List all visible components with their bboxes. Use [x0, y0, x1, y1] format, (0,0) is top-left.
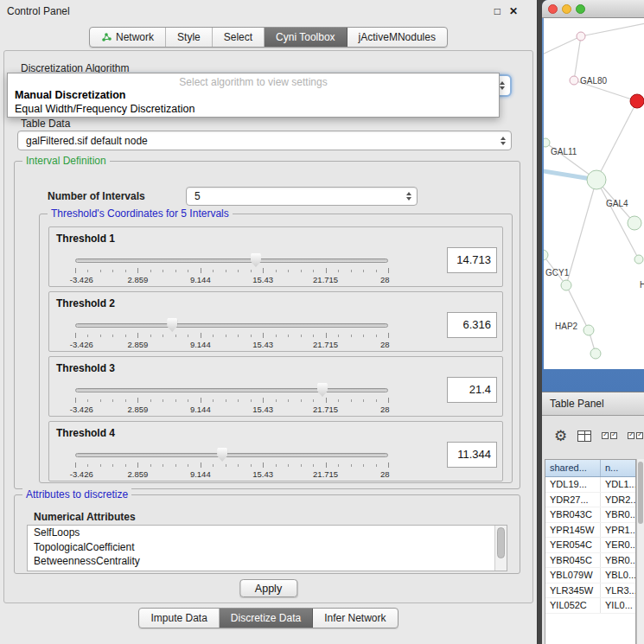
table-row[interactable]: YBL079W YBL0... [545, 568, 635, 583]
number-of-intervals-combobox[interactable]: 5 [186, 187, 418, 206]
slider-track[interactable] [75, 323, 388, 328]
table-row[interactable]: YBR045C YBR0... [545, 553, 635, 569]
table-row[interactable]: YDL19... YDL1... [545, 477, 635, 493]
checkboxes-icon[interactable] [602, 432, 617, 439]
control-panel-titlebar[interactable]: Control Panel [0, 0, 537, 22]
stepper-arrows-icon[interactable] [406, 192, 411, 201]
network-node[interactable] [544, 138, 550, 147]
table-row[interactable]: YDR27... YDR2... [545, 493, 635, 508]
network-node[interactable] [587, 170, 606, 189]
threshold-value-field[interactable]: 14.713 [447, 247, 497, 273]
threshold-slider[interactable]: -3.426 2.859 9.144 15.43 21.715 28 [75, 318, 388, 351]
table-row[interactable]: YLR345W YLR3... [545, 583, 635, 599]
table-row[interactable]: YPR145W YPR1... [545, 523, 635, 539]
network-edge[interactable] [566, 180, 596, 285]
table-cell-name[interactable]: YDR2... [601, 493, 635, 507]
minimize-traffic-light-icon[interactable] [562, 4, 571, 14]
network-canvas[interactable]: GAL80GAL11GAL4GCY1HAP2H [544, 18, 644, 369]
slider-thumb[interactable] [167, 318, 177, 332]
slider-track[interactable] [75, 453, 388, 457]
threshold-slider[interactable]: -3.426 2.859 9.144 15.43 21.715 28 [75, 253, 388, 286]
table-cell-name[interactable]: YPR1... [601, 523, 635, 538]
network-node[interactable] [590, 348, 601, 359]
column-header-name[interactable]: n... [601, 460, 635, 476]
scrollbar-thumb[interactable] [497, 527, 505, 558]
table-scrollbar[interactable] [636, 459, 644, 644]
table-row[interactable]: YBR043C YBR0... [545, 507, 635, 523]
checkboxes-icon[interactable] [628, 432, 643, 439]
slider-track[interactable] [75, 258, 388, 263]
network-node[interactable] [577, 32, 585, 41]
network-edge[interactable] [596, 101, 637, 180]
table-cell-name[interactable]: YIL0... [601, 598, 635, 613]
table-cell-shared-name[interactable]: YPR145W [545, 523, 601, 538]
table-cell-shared-name[interactable]: YER054C [545, 538, 601, 552]
column-header-shared-name[interactable]: shared... [545, 460, 601, 476]
tab-jactivemnodules[interactable]: jActiveMNodules [348, 28, 447, 47]
scrollbar-thumb[interactable] [638, 462, 643, 524]
network-node[interactable] [634, 255, 643, 264]
stepper-arrows-icon[interactable] [500, 81, 505, 90]
tab-cyni-toolbox[interactable]: Cyni Toolbox [265, 28, 347, 47]
stepper-arrows-icon[interactable] [501, 137, 506, 145]
network-node[interactable] [544, 250, 548, 260]
table-cell-shared-name[interactable]: YBR045C [545, 553, 601, 568]
tab-infer-network[interactable]: Infer Network [313, 609, 397, 628]
table-cell-shared-name[interactable]: YBR043C [545, 507, 601, 522]
network-node[interactable] [561, 280, 571, 290]
table-row[interactable]: YIL052C YIL0... [545, 598, 635, 614]
network-edge[interactable] [544, 36, 581, 56]
table-data-combobox[interactable]: galFiltered.sif default node [17, 131, 512, 150]
number-of-intervals-value: 5 [194, 190, 201, 202]
table-cell-name[interactable]: YBR0... [601, 553, 635, 568]
gear-icon[interactable] [554, 427, 567, 445]
attribute-list-item[interactable]: BetweennessCentrality [28, 554, 507, 569]
network-edge[interactable] [581, 23, 644, 36]
float-window-icon[interactable]: □ [494, 5, 501, 17]
threshold-value-field[interactable]: 11.344 [447, 442, 497, 468]
network-node[interactable] [583, 325, 594, 335]
numerical-attributes-list[interactable]: SelfLoops TopologicalCoefficient Between… [27, 525, 507, 571]
network-node[interactable] [628, 216, 641, 230]
table-cell-shared-name[interactable]: YBL079W [545, 568, 601, 583]
close-traffic-light-icon[interactable] [548, 4, 558, 14]
close-icon[interactable]: ✕ [509, 5, 518, 17]
threshold-value-field[interactable]: 6.316 [447, 312, 497, 338]
dropdown-option-manual-discretization[interactable]: Manual Discretization [15, 89, 126, 101]
table-row[interactable]: YER054C YER0... [545, 538, 635, 553]
zoom-traffic-light-icon[interactable] [576, 4, 585, 14]
threshold-slider[interactable]: -3.426 2.859 9.144 15.43 21.715 28 [75, 448, 388, 481]
scale-tick-label: 2.859 [128, 469, 149, 479]
tab-discretize-data[interactable]: Discretize Data [220, 609, 313, 628]
table-cell-name[interactable]: YBR0... [601, 507, 635, 522]
tab-style[interactable]: Style [166, 28, 213, 47]
slider-thumb[interactable] [217, 448, 227, 462]
threshold-slider[interactable]: -3.426 2.859 9.144 15.43 21.715 28 [75, 383, 388, 416]
apply-button[interactable]: Apply [239, 579, 297, 597]
threshold-value-field[interactable]: 21.4 [447, 377, 497, 403]
slider-thumb[interactable] [317, 383, 328, 397]
tab-select[interactable]: Select [213, 28, 265, 47]
table-cell-shared-name[interactable]: YIL052C [545, 598, 601, 613]
table-cell-name[interactable]: YDL1... [601, 477, 635, 492]
table-cell-name[interactable]: YLR3... [601, 583, 635, 598]
table-panel-header[interactable]: Table Panel [542, 392, 644, 416]
table-cell-name[interactable]: YER0... [601, 538, 635, 552]
network-edge[interactable] [574, 36, 581, 80]
columns-icon[interactable] [577, 430, 591, 442]
attribute-list-item[interactable]: SelfLoops [28, 526, 507, 540]
network-node[interactable] [570, 76, 578, 85]
table-cell-shared-name[interactable]: YLR345W [545, 583, 601, 598]
network-node[interactable] [630, 94, 644, 108]
table-cell-name[interactable]: YBL0... [601, 568, 635, 583]
list-scrollbar[interactable] [494, 526, 507, 571]
network-window-titlebar[interactable] [542, 0, 644, 18]
table-cell-shared-name[interactable]: YDR27... [545, 493, 601, 507]
attribute-list-item[interactable]: TopologicalCoefficient [28, 540, 507, 555]
tab-impute-data[interactable]: Impute Data [139, 609, 219, 628]
dropdown-option-equal-width-frequency[interactable]: Equal Width/Frequency Discretization [15, 103, 194, 115]
slider-track[interactable] [75, 388, 388, 392]
table-cell-shared-name[interactable]: YDL19... [545, 477, 601, 492]
slider-thumb[interactable] [251, 253, 261, 267]
tab-network[interactable]: Network [90, 28, 166, 47]
